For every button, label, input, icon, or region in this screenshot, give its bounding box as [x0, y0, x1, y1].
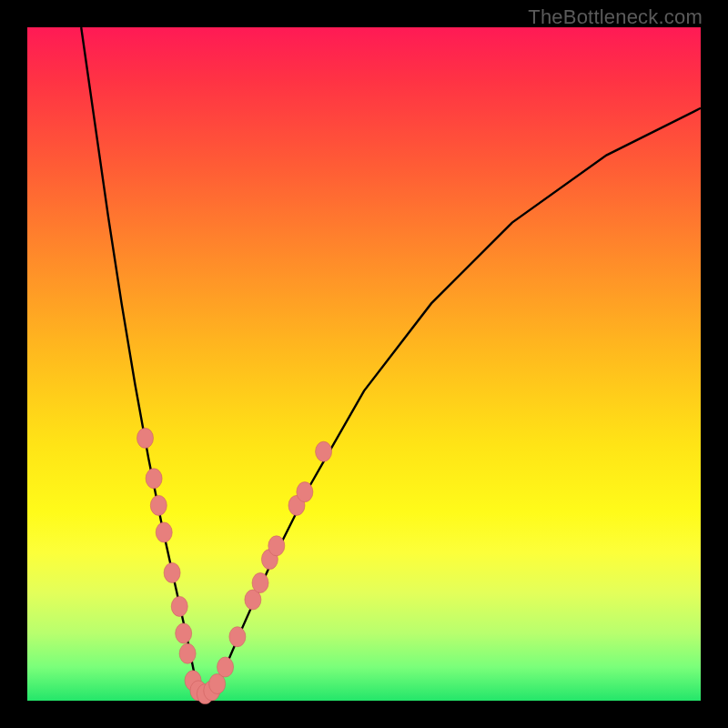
data-dots — [137, 428, 332, 703]
chart-frame: TheBottleneck.com — [0, 0, 728, 728]
plot-area — [27, 27, 701, 701]
chart-svg — [27, 27, 701, 701]
data-dot — [150, 495, 167, 515]
data-dot — [171, 596, 187, 616]
data-dot — [252, 573, 268, 593]
data-dot — [297, 482, 313, 502]
data-dot — [176, 623, 192, 643]
data-dot — [268, 536, 285, 556]
data-dot — [137, 428, 154, 448]
data-dot — [217, 657, 234, 677]
data-dot — [179, 643, 196, 663]
data-dot — [316, 441, 332, 461]
data-dot — [229, 627, 246, 647]
data-dot — [146, 469, 162, 489]
data-dot — [164, 562, 180, 582]
data-dot — [156, 522, 172, 542]
bottleneck-curve — [81, 27, 701, 694]
watermark-text: TheBottleneck.com — [528, 5, 703, 29]
